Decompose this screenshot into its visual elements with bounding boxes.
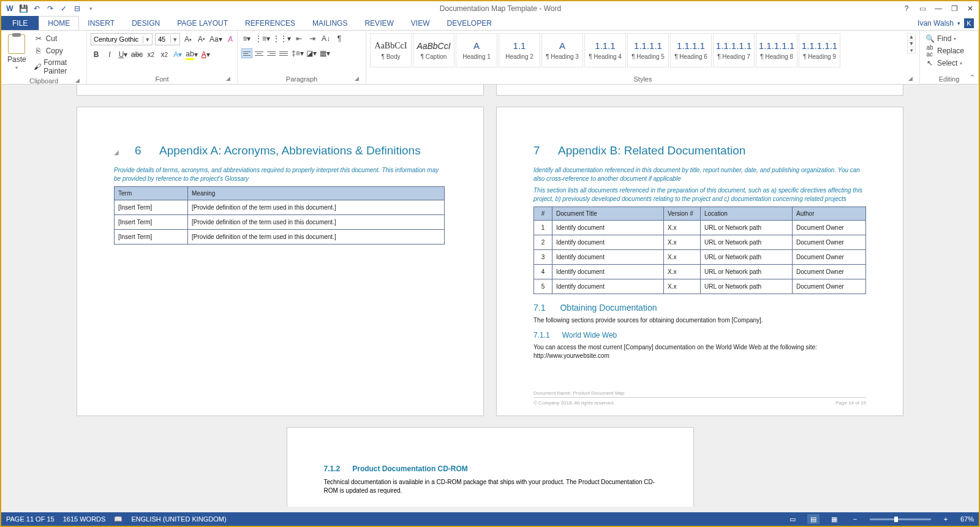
tab-design[interactable]: DESIGN [123,16,168,30]
font-color-button[interactable]: A▾ [200,49,211,60]
highlight-button[interactable]: ab▾ [186,49,197,60]
heading-3: 7.1.1World Wide Web [533,331,866,339]
tab-review[interactable]: REVIEW [356,16,402,30]
decrease-indent-button[interactable]: ⇤ [293,33,304,44]
italic-button[interactable]: I [104,49,115,60]
tab-insert[interactable]: INSERT [79,16,123,30]
style-item[interactable]: 1.1.1.1.1¶ Heading 7 [713,33,755,67]
change-case-button[interactable]: Aa▾ [209,34,222,45]
style-item[interactable]: 1.1.1.1.1¶ Heading 9 [799,33,840,67]
style-item[interactable]: 1.1.1.1.1¶ Heading 8 [756,33,797,67]
status-page[interactable]: PAGE 11 OF 15 [6,515,55,523]
touch-mode-icon[interactable]: ⊟ [72,4,82,13]
align-center-button[interactable] [254,48,265,58]
chevron-down-icon[interactable]: ▾ [143,36,152,44]
align-left-button[interactable] [241,48,252,58]
text-effects-button[interactable]: A▾ [172,49,183,60]
replace-button[interactable]: abacReplace [924,45,965,56]
spellcheck-icon[interactable]: ✓ [59,4,69,13]
align-right-button[interactable] [266,48,277,58]
find-button[interactable]: 🔍Find ▾ [924,33,957,44]
collapse-ribbon-icon[interactable]: ⌃ [968,73,976,82]
minimize-icon[interactable]: — [933,4,943,13]
style-item[interactable]: AHeading 1 [456,33,497,67]
paragraph-dialog-launcher-icon[interactable]: ◢ [353,75,360,82]
redo-icon[interactable]: ↷ [45,4,55,13]
sort-button[interactable]: A↓ [320,33,331,44]
strikethrough-button[interactable]: abc [131,49,143,60]
multilevel-list-button[interactable]: ⋮⋮▾ [273,33,291,44]
read-mode-icon[interactable]: ▭ [786,514,799,524]
status-words[interactable]: 1615 WORDS [63,515,106,523]
styles-gallery[interactable]: AaBbCcI¶ BodyAaBbCcI¶ CaptionAHeading 11… [370,33,903,67]
clear-formatting-button[interactable]: A̸ [225,34,236,45]
font-dialog-launcher-icon[interactable]: ◢ [225,75,231,82]
collapse-triangle-icon[interactable]: ◢ [114,149,119,156]
borders-button[interactable]: ▦▾ [320,48,331,59]
terms-table: Term Meaning [Insert Term][Provide defin… [114,186,445,245]
font-name-input[interactable] [91,36,143,43]
qat-customize-icon[interactable]: ▾ [86,4,96,13]
bold-button[interactable]: B [91,49,102,60]
shrink-font-button[interactable]: A▾ [196,34,207,45]
styles-row-down-icon[interactable]: ▼ [908,40,915,47]
grow-font-button[interactable]: A▴ [183,34,194,45]
line-spacing-button[interactable]: ‡≡▾ [292,48,304,59]
styles-row-up-icon[interactable]: ▲ [908,34,915,40]
chevron-down-icon[interactable]: ▾ [170,36,179,44]
zoom-out-icon[interactable]: − [849,514,861,524]
superscript-button[interactable]: x2 [159,49,170,60]
style-item[interactable]: A¶ Heading 3 [541,33,583,67]
help-icon[interactable]: ? [902,4,911,13]
save-icon[interactable]: 💾 [18,4,28,13]
styles-scroll[interactable]: ▲ ▼ ▾ [907,33,916,54]
tab-file[interactable]: FILE [1,16,39,30]
style-item[interactable]: 1.1.1¶ Heading 4 [584,33,626,67]
format-painter-button[interactable]: 🖌Format Painter [32,58,83,76]
document-area[interactable]: ◢6Appendix A: Acronyms, Abbreviations & … [1,85,979,512]
numbering-button[interactable]: ⋮≡▾ [255,33,270,44]
clipboard-dialog-launcher-icon[interactable]: ◢ [74,77,80,83]
subscript-button[interactable]: x2 [145,49,156,60]
justify-button[interactable] [278,48,289,58]
select-button[interactable]: ↖Select ▾ [924,58,963,69]
cut-button[interactable]: ✂Cut [32,33,83,44]
tab-home[interactable]: HOME [39,16,79,30]
tab-developer[interactable]: DEVELOPER [438,16,500,30]
web-layout-icon[interactable]: ▦ [828,514,840,524]
undo-icon[interactable]: ↶ [32,4,42,13]
style-item[interactable]: AaBbCcI¶ Body [370,33,412,67]
status-language[interactable]: ENGLISH (UNITED KINGDOM) [131,515,226,523]
shading-button[interactable]: ◪▾ [306,48,317,59]
print-layout-icon[interactable]: ▤ [807,514,820,524]
style-item[interactable]: AaBbCcI¶ Caption [413,33,454,67]
ribbon-options-icon[interactable]: ▭ [918,4,927,13]
font-size-combo[interactable]: ▾ [155,33,180,45]
copy-button[interactable]: ⎘Copy [32,45,83,56]
styles-more-icon[interactable]: ▾ [908,47,915,53]
account-menu[interactable]: Ivan Walsh ▾ K [913,16,979,30]
underline-button[interactable]: U▾ [118,49,129,60]
style-item[interactable]: 1.1.1.1¶ Heading 5 [627,33,669,67]
bullets-button[interactable]: ≡▾ [241,33,252,44]
tab-page-layout[interactable]: PAGE LAYOUT [168,16,236,30]
tab-view[interactable]: VIEW [402,16,439,30]
style-item[interactable]: 1.1.1.1¶ Heading 6 [670,33,712,67]
zoom-level[interactable]: 67% [960,515,974,523]
page-right: 7Appendix B: Related Documentation Ident… [496,107,903,416]
styles-dialog-launcher-icon[interactable]: ◢ [907,75,913,82]
font-name-combo[interactable]: ▾ [91,33,153,45]
zoom-in-icon[interactable]: + [940,514,952,524]
tab-mailings[interactable]: MAILINGS [304,16,356,30]
style-item[interactable]: 1.1Heading 2 [499,33,540,67]
body-text: Technical documentation is available in … [324,478,657,495]
close-icon[interactable]: ✕ [965,4,975,13]
paste-button[interactable]: Paste ▾ [5,33,29,72]
restore-icon[interactable]: ❐ [949,4,959,13]
increase-indent-button[interactable]: ⇥ [307,33,318,44]
proofing-icon[interactable]: 📖 [114,515,123,523]
zoom-slider[interactable] [870,518,931,520]
tab-references[interactable]: REFERENCES [236,16,304,30]
font-size-input[interactable] [156,36,170,43]
show-marks-button[interactable]: ¶ [334,33,345,44]
